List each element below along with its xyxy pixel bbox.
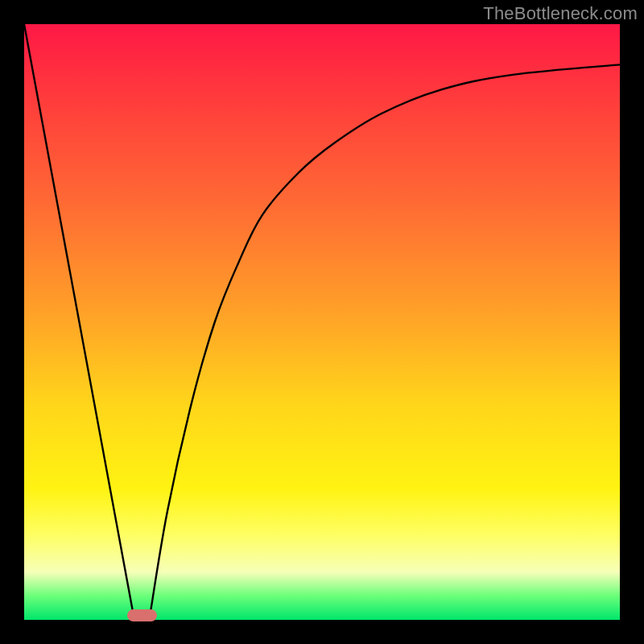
optimum-marker [127,609,157,621]
chart-curves [24,24,620,620]
series-right-branch [149,64,620,620]
watermark-text: TheBottleneck.com [483,3,638,24]
chart-frame: TheBottleneck.com [0,0,644,644]
plot-area [24,24,620,620]
series-left-branch [24,24,134,620]
